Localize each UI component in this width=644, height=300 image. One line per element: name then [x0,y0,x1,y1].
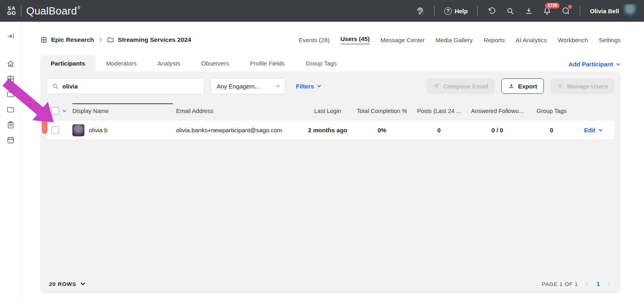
sidebar-folder-icon[interactable] [4,87,18,101]
chevron-right-icon [98,37,103,43]
tab-analysts[interactable]: Analysts [147,55,191,72]
download-icon [508,83,515,89]
compose-email-label: Compose Email [443,83,488,90]
manage-users-button[interactable]: Manage Users [550,78,614,94]
sidebar-events-icon[interactable] [4,117,18,132]
chevron-down-icon [317,84,322,88]
help-button[interactable]: ? Help [444,7,468,15]
brand-registered-mark: ® [77,6,80,10]
display-name-cell: olivia b [72,124,176,136]
engagement-filter-value: Any Engagem... [217,83,260,90]
folder-icon [107,36,114,43]
row-checkbox[interactable] [51,126,59,134]
help-icon: ? [444,7,452,15]
sidebar-calendar-icon[interactable] [4,133,18,147]
column-header-answered[interactable]: Answered Followu... [466,108,529,114]
user-name: Olivia Bell [590,8,619,14]
tab-moderators[interactable]: Moderators [96,55,147,72]
project-grid-icon [40,36,47,43]
search-icon[interactable] [506,6,515,15]
main-content: Epic Research Streaming Services 2024 [22,22,644,300]
tab-group-tags[interactable]: Group Tags [295,55,347,72]
breadcrumb-project[interactable]: Epic Research [51,36,94,43]
nav-settings[interactable]: Settings [599,37,621,43]
previous-page-icon[interactable] [585,281,590,287]
column-header-group-tags[interactable]: Group Tags [529,108,574,114]
nav-users[interactable]: Users (45) [340,35,370,44]
posts-cell: 0 [412,127,466,134]
chevron-down-icon [616,62,621,67]
engagement-filter-select[interactable]: Any Engagem... [211,78,285,94]
group-tags-cell: 0 [529,127,574,134]
participants-toolbar: Any Engagem... Filters Compose Email [47,78,614,94]
nav-workbench[interactable]: Workbench [558,37,588,43]
manage-users-label: Manage Users [567,83,608,90]
chevron-down-icon [598,128,603,133]
nav-reports[interactable]: Reports [484,37,505,43]
header-checkbox-cell [47,107,72,115]
unread-messages-dot [568,5,572,9]
undo-icon[interactable] [487,6,496,15]
column-header-display-name[interactable]: Display Name [72,108,176,114]
messages-icon[interactable] [561,6,570,15]
rows-per-page-select[interactable]: 20 ROWS [49,281,86,287]
add-participant-button[interactable]: Add Participant [568,61,621,72]
sidebar-projects-icon[interactable] [4,72,18,86]
nav-ai-analytics[interactable]: AI Analytics [516,37,547,43]
answered-cell: 0 / 0 [466,127,529,134]
table-row[interactable]: olivia b olivia.banks+newparticipant@sag… [47,121,614,140]
filters-label: Filters [296,83,314,90]
select-all-checkbox[interactable] [51,107,59,115]
sidebar-expand-icon[interactable] [4,29,18,43]
breadcrumb-row: Epic Research Streaming Services 2024 [40,22,621,45]
search-box[interactable] [47,78,204,94]
sago-logo-line2: GO [7,11,16,16]
page-number-button[interactable]: 1 [597,281,600,287]
column-header-last-login[interactable]: Last Login [304,108,351,114]
table-header: Display Name Email Address Last Login To… [47,103,614,118]
breadcrumb-folder[interactable]: Streaming Services 2024 [118,36,191,43]
nav-events[interactable]: Events (28) [299,37,330,43]
qualboard-app: SA GO QualBoard ® ? Help [0,0,644,300]
chevron-down-icon [80,281,86,287]
next-page-icon[interactable] [606,281,612,287]
brand-name: QualBoard ® [26,5,80,17]
search-input[interactable] [62,83,199,90]
search-icon [52,83,59,90]
notifications-bell-icon[interactable]: 1739 [543,6,552,15]
edit-button[interactable]: Edit [574,127,614,134]
sidebar-home-icon[interactable] [4,56,18,71]
brand: SA GO QualBoard ® [7,5,80,17]
column-header-email[interactable]: Email Address [176,108,304,114]
tab-profile-fields[interactable]: Profile Fields [240,55,295,72]
user-menu[interactable]: Olivia Bell [590,4,637,18]
select-menu-chevron-icon[interactable] [62,109,67,113]
nav-message-center[interactable]: Message Center [381,37,425,43]
column-header-posts[interactable]: Posts (Last 24 ... [412,108,466,114]
topbar-separator [434,6,435,16]
nav-media-gallery[interactable]: Media Gallery [436,37,473,43]
page-indicator: PAGE 1 OF 1 [542,281,578,287]
tab-observers[interactable]: Observers [191,55,239,72]
add-participant-label: Add Participant [568,61,613,68]
download-icon[interactable] [524,6,533,15]
sidebar-folder-2-icon[interactable] [4,102,18,117]
compose-email-button[interactable]: Compose Email [427,78,495,94]
participant-avatar [72,124,84,136]
tab-participants[interactable]: Participants [40,55,96,72]
brand-divider [21,5,21,17]
fingerprint-icon[interactable] [416,6,425,15]
row-checkbox-cell [47,126,72,134]
filters-button[interactable]: Filters [296,83,322,90]
topbar-separator [580,6,580,16]
pagination: PAGE 1 OF 1 1 [542,281,612,287]
column-header-completion[interactable]: Total Completion % [351,108,412,114]
topbar-actions: ? Help [416,4,637,18]
rows-per-page-label: 20 ROWS [49,281,76,287]
sago-logo[interactable]: SA GO [7,6,16,16]
participant-name[interactable]: olivia b [89,127,108,134]
export-button[interactable]: Export [501,78,544,94]
chevron-down-icon [275,83,280,90]
user-avatar[interactable] [623,4,637,18]
gear-icon [557,83,563,89]
